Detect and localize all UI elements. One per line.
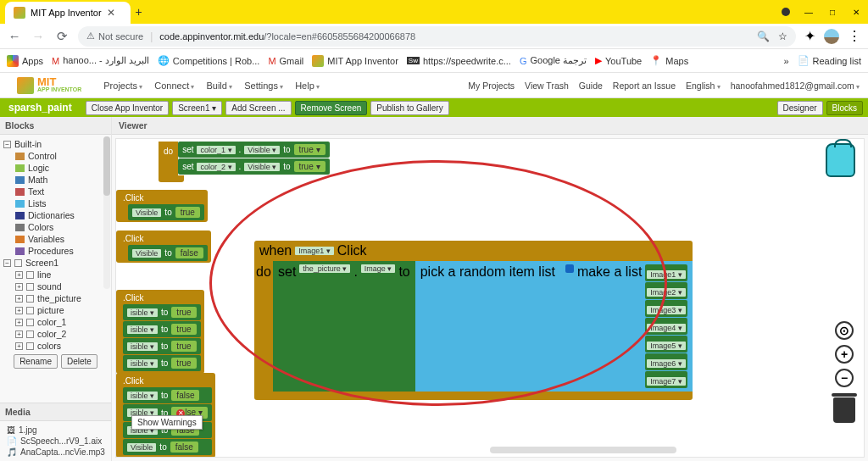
component-sound[interactable]: +sound	[3, 280, 108, 292]
remove-screen-button[interactable]: Remove Screen	[295, 101, 368, 115]
menu-connect[interactable]: Connect	[154, 81, 194, 91]
new-tab-button[interactable]: +	[136, 5, 142, 19]
blocks-canvas[interactable]: do setcolor_1 ▾. Visible ▾totrue ▾ setco…	[115, 138, 865, 458]
category-dictionaries[interactable]: Dictionaries	[3, 209, 108, 221]
menu-icon[interactable]: ⋮	[848, 28, 861, 44]
when-click-block[interactable]: .Click Visibletofalse	[116, 230, 211, 263]
set-block[interactable]: setcolor_1 ▾. Visible ▾totrue ▾	[178, 142, 329, 158]
rename-button[interactable]: Rename	[14, 354, 58, 369]
blocks-button[interactable]: Blocks	[826, 101, 863, 115]
true-block[interactable]: true ▾	[294, 161, 326, 172]
screen-dropdown[interactable]: Screen1 ▾	[172, 101, 222, 115]
category-variables[interactable]: Variables	[3, 233, 108, 245]
bookmark-item[interactable]: Mhanoo... - البريد الوارد	[52, 55, 149, 66]
bookmark-item[interactable]: 🌐Competitions | Rob...	[158, 55, 260, 66]
maximize-button[interactable]: □	[827, 7, 837, 17]
tab-title: MIT App Inventor	[31, 8, 102, 18]
image-ref-block[interactable]: Image5 ▾	[645, 336, 687, 353]
designer-button[interactable]: Designer	[777, 101, 823, 115]
category-colors[interactable]: Colors	[3, 221, 108, 233]
category-control[interactable]: Control	[3, 150, 108, 162]
image-ref-block[interactable]: Image7 ▾	[645, 371, 687, 388]
component-color_1[interactable]: +color_1	[3, 316, 108, 328]
viewer-panel: Viewer do setcolor_1 ▾. Visible ▾totrue …	[112, 117, 868, 461]
when-click-block[interactable]: .Click Visibletotrue	[116, 190, 208, 222]
component-line[interactable]: +line	[3, 269, 108, 280]
tab-close-icon[interactable]: ✕	[107, 7, 115, 19]
menu-build[interactable]: Build	[206, 81, 232, 91]
profile-avatar[interactable]	[824, 29, 839, 44]
app-logo[interactable]: MITAPP INVENTOR	[17, 77, 81, 94]
bookmark-item[interactable]: ▶YouTube	[595, 55, 642, 66]
bookmark-item[interactable]: MIT App Inventor	[312, 55, 398, 67]
account-menu[interactable]: hanoofahmed1812@gmail.com	[731, 81, 860, 91]
menu-help[interactable]: Help	[295, 81, 320, 91]
delete-button[interactable]: Delete	[61, 354, 97, 369]
horizontal-scrollbar[interactable]	[490, 447, 676, 453]
menu-projects[interactable]: Projects	[103, 81, 142, 91]
report-issue-link[interactable]: Report an Issue	[613, 81, 676, 91]
component-picture[interactable]: +picture	[3, 304, 108, 316]
tree-scrollbar[interactable]	[103, 136, 110, 289]
component-colors[interactable]: +colors	[3, 340, 108, 352]
view-trash-link[interactable]: View Trash	[525, 81, 569, 91]
menu-settings[interactable]: Settings	[244, 81, 283, 91]
category-logic[interactable]: Logic	[3, 162, 108, 174]
bookmarks-overflow-icon[interactable]: »	[783, 56, 788, 66]
reading-list-button[interactable]: 📄Reading list	[798, 55, 861, 66]
zoom-in-button[interactable]: +	[835, 345, 854, 364]
search-icon[interactable]: 🔍	[757, 31, 770, 42]
category-lists[interactable]: Lists	[3, 197, 108, 209]
media-item[interactable]: 📄ScSpeech...rV9_1.aix	[7, 436, 104, 447]
component-chip[interactable]: color_2 ▾	[197, 163, 235, 171]
back-button[interactable]: ←	[7, 29, 22, 43]
backpack-icon[interactable]	[826, 143, 855, 177]
category-procedures[interactable]: Procedures	[3, 245, 108, 257]
browser-tab[interactable]: MIT App Inventor ✕	[5, 2, 131, 24]
browser-toolbar: ← → ⟳ ⚠ Not secure | code.appinventor.mi…	[0, 24, 868, 49]
reload-button[interactable]: ⟳	[54, 29, 70, 44]
category-text[interactable]: Text	[3, 186, 108, 197]
forward-button[interactable]: →	[31, 29, 46, 43]
logo-icon	[17, 77, 34, 94]
minimize-button[interactable]: —	[804, 7, 814, 17]
add-screen-button[interactable]: Add Screen ...	[225, 101, 291, 115]
media-item[interactable]: 🎵AnaCapta...ncVie.mp3	[7, 447, 104, 458]
media-item[interactable]: 🖼1.jpg	[7, 425, 104, 436]
bookmark-item[interactable]: Swhttps://speedwrite.c...	[407, 56, 511, 66]
component-color_2[interactable]: +color_2	[3, 328, 108, 340]
blocks-panel-title: Blocks	[0, 117, 111, 135]
project-name: sparsh_paint	[5, 102, 75, 114]
star-icon[interactable]: ☆	[778, 31, 787, 42]
category-math[interactable]: Math	[3, 174, 108, 186]
component-the_picture[interactable]: +the_picture	[3, 292, 108, 304]
zoom-out-button[interactable]: −	[835, 369, 854, 387]
publish-button[interactable]: Publish to Gallery	[370, 101, 448, 115]
center-button[interactable]: ⊙	[835, 321, 854, 340]
window-controls: — □ ✕	[782, 7, 861, 17]
extensions-icon[interactable]: ✦	[804, 28, 815, 44]
when-click-block[interactable]: .Click isible ▾totrue isible ▾totrue isi…	[116, 290, 204, 374]
bookmark-item[interactable]: 📍Maps	[650, 55, 688, 66]
collapse-icon[interactable]: −	[3, 141, 11, 148]
property-chip[interactable]: Visible ▾	[244, 163, 280, 171]
my-projects-link[interactable]: My Projects	[468, 81, 515, 91]
set-block[interactable]: setcolor_2 ▾. Visible ▾totrue ▾	[178, 158, 329, 175]
address-bar[interactable]: ⚠ Not secure | code.appinventor.mit.edu/…	[78, 26, 796, 47]
close-app-inventor-button[interactable]: Close App Inventor	[86, 101, 170, 115]
bookmark-item[interactable]: GGoogle ترجمة	[520, 55, 587, 66]
image-ref-block[interactable]: Image6 ▾	[645, 353, 687, 370]
close-window-button[interactable]: ✕	[851, 7, 861, 17]
language-menu[interactable]: English	[686, 81, 721, 91]
property-chip[interactable]: Visible ▾	[244, 146, 280, 154]
guide-link[interactable]: Guide	[579, 81, 603, 91]
project-bar: sparsh_paint Close App Inventor Screen1 …	[0, 98, 868, 117]
favicon-icon	[14, 7, 25, 19]
apps-button[interactable]: Apps	[7, 55, 43, 67]
trash-icon[interactable]	[833, 397, 855, 423]
header-right: My Projects View Trash Guide Report an I…	[468, 81, 860, 91]
true-block[interactable]: true ▾	[294, 144, 326, 155]
collapse-icon[interactable]: −	[3, 259, 11, 267]
bookmark-item[interactable]: MGmail	[268, 56, 303, 66]
component-chip[interactable]: color_1 ▾	[197, 146, 235, 154]
